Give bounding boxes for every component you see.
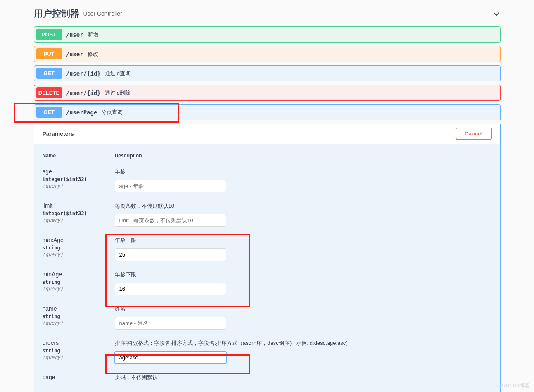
col-desc: Description [115,148,492,163]
param-in: (query) [43,285,115,292]
operation-delete-user-id[interactable]: DELETE /user/{id} 通过id删除 [34,85,501,101]
param-row: limit integer($int32) (query) 每页条数，不传则默认… [43,197,492,232]
operation-body: Parameters Cancel Name Description [34,124,501,392]
operation-put-user[interactable]: PUT /user 修改 [34,46,501,62]
operation-get-userpage[interactable]: GET /userPage 分页查询 [34,104,501,120]
param-name: orders [43,340,59,346]
param-in: (query) [43,182,115,189]
op-desc: 通过id删除 [105,89,131,97]
watermark: @51CTO博客 [496,382,530,390]
param-name: page [43,374,55,380]
param-input-name[interactable] [115,317,226,330]
param-type: string [43,346,115,354]
method-badge: GET [36,68,62,79]
op-path: /user/{id} [62,70,105,77]
method-badge: GET [36,107,62,118]
operation-get-user-id[interactable]: GET /user/{id} 通过id查询 [34,65,501,81]
param-desc: 页码，不传则默认1 [115,374,492,381]
chevron-down-icon[interactable] [492,10,501,18]
param-desc: 年龄上限 [115,237,492,244]
param-row: minAge string (query) 年龄下限 [43,266,492,300]
param-desc: 排序字段(格式：字段名:排序方式，字段名:排序方式（asc正序，desc倒序） … [115,340,492,347]
tag-title: 用户控制器 [34,7,79,20]
op-path: /userPage [62,109,102,116]
param-type: string [43,278,115,285]
param-row: orders string (query) 排序字段(格式：字段名:排序方式，字… [43,335,492,369]
param-in: (query) [43,319,115,326]
param-in: (query) [43,216,115,223]
param-row: page 页码，不传则默认1 [43,369,492,390]
param-in: (query) [43,251,115,257]
param-desc: 年龄下限 [115,271,492,278]
param-desc: 姓名 [115,305,492,313]
param-in: (query) [43,354,115,360]
op-desc: 通过id查询 [105,70,131,77]
param-input-age[interactable] [115,180,226,192]
tag-header[interactable]: 用户控制器 User Controller [34,4,501,23]
method-badge: POST [36,29,62,40]
op-desc: 分页查询 [101,109,123,116]
op-path: /user [62,31,88,38]
param-type: integer($int32) [43,209,115,216]
param-input-minage[interactable] [115,283,226,295]
param-desc: 年龄 [115,168,492,176]
param-type: string [43,312,115,319]
param-type: string [43,243,115,251]
parameters-title: Parameters [43,131,74,137]
operation-post-user[interactable]: POST /user 新增 [34,26,501,43]
param-desc: 每页条数，不传则默认10 [115,202,492,210]
method-badge: PUT [36,48,62,59]
param-row: maxAge string (query) 年龄上限 [43,232,492,266]
param-name: limit [43,202,53,209]
tag-subtitle: User Controller [83,10,122,17]
op-path: /user/{id} [62,90,105,96]
cancel-button[interactable]: Cancel [456,128,492,140]
method-badge: DELETE [36,87,62,98]
op-path: /user [62,51,88,57]
col-name: Name [43,148,115,163]
param-input-maxage[interactable] [115,248,226,261]
op-desc: 修改 [88,50,98,58]
param-input-limit[interactable] [115,214,226,227]
param-type: integer($int32) [43,175,115,182]
param-name: maxAge [43,237,64,243]
param-name: minAge [43,271,62,278]
op-desc: 新增 [88,31,98,38]
param-name: age [43,168,52,175]
param-input-orders[interactable] [115,351,226,364]
param-row: name string (query) 姓名 [43,300,492,335]
param-row: age integer($int32) (query) 年龄 [43,163,492,198]
param-name: name [43,305,57,312]
